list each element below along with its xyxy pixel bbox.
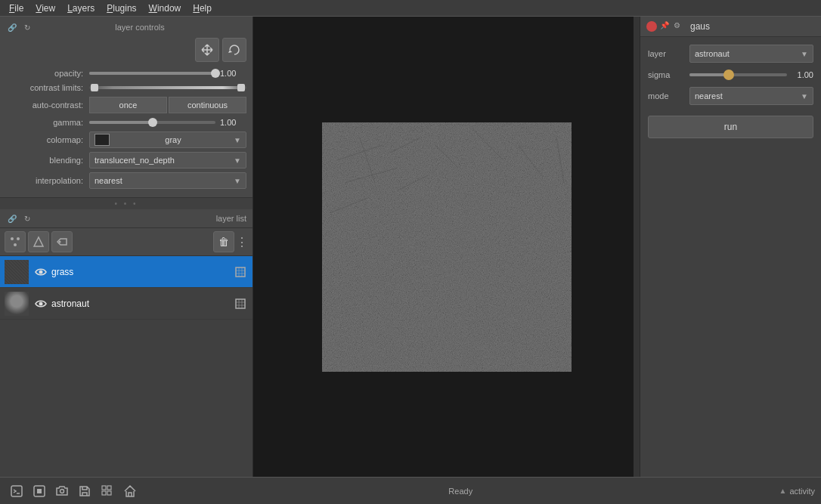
grid-btn[interactable]	[97, 481, 118, 502]
layer-thumbnail-grass	[5, 260, 29, 284]
interpolation-row: interpolation: nearest ▼	[6, 172, 246, 189]
gamma-value: 1.00	[220, 118, 246, 127]
menu-plugins[interactable]: Plugins	[101, 2, 142, 15]
svg-rect-28	[107, 491, 111, 495]
interpolation-arrow: ▼	[234, 177, 241, 185]
plugin-mode-label: mode	[648, 91, 689, 100]
canvas-area[interactable]	[253, 17, 640, 477]
blending-row: blending: translucent_no_depth ▼	[6, 152, 246, 169]
plugin-sigma-slider[interactable]	[689, 73, 787, 76]
plugin-settings-btn[interactable]: ⚙	[674, 21, 684, 32]
interpolation-value: nearest	[94, 176, 122, 185]
svg-point-3	[59, 241, 61, 243]
activity-section: ▲ activity	[779, 487, 815, 496]
points-tool-btn[interactable]	[5, 231, 26, 252]
plugin-layer-row: layer astronaut ▼	[648, 45, 813, 63]
shapes-tool-btn[interactable]	[28, 231, 49, 252]
more-options-btn[interactable]: ⋮	[236, 231, 248, 252]
lock-icon[interactable]: 🔗	[6, 21, 18, 33]
interpolation-label: interpolation:	[6, 176, 89, 185]
plugin-mode-row: mode nearest ▼	[648, 87, 813, 105]
activity-icon: ▲	[779, 487, 786, 495]
move-transform-btn[interactable]	[195, 38, 219, 62]
layer-list-refresh-icon[interactable]: ↻	[21, 212, 33, 224]
svg-rect-5	[236, 267, 245, 277]
menu-window[interactable]: Window	[143, 2, 187, 15]
gamma-label: gamma:	[6, 118, 89, 127]
layer-visibility-grass[interactable]	[33, 264, 48, 280]
save-btn[interactable]	[74, 481, 95, 502]
plugin-title: gaus	[690, 21, 710, 32]
layer-item-grass[interactable]: grass	[0, 256, 252, 288]
delete-layer-btn[interactable]: 🗑	[213, 231, 234, 252]
layer-visibility-astronaut[interactable]	[33, 296, 48, 311]
blending-label: blending:	[6, 156, 89, 165]
auto-contrast-once-btn[interactable]: once	[89, 97, 167, 113]
home-btn[interactable]	[119, 481, 141, 502]
svg-point-4	[39, 270, 43, 274]
terminal-btn[interactable]	[6, 481, 27, 502]
canvas-content	[322, 122, 572, 372]
layer-list-lock-icon[interactable]: 🔗	[6, 212, 18, 224]
menu-file[interactable]: File	[3, 2, 29, 15]
run-button[interactable]: run	[648, 116, 813, 138]
auto-contrast-buttons: once continuous	[89, 97, 246, 113]
colormap-value: gray	[165, 135, 181, 144]
svg-rect-7	[236, 299, 245, 308]
refresh-icon[interactable]: ↻	[21, 21, 33, 33]
status-text: Ready	[142, 487, 779, 496]
screenshot-btn[interactable]	[51, 481, 73, 502]
transform-buttons	[6, 38, 246, 62]
auto-contrast-continuous-btn[interactable]: continuous	[169, 97, 246, 113]
plugin-layer-value: astronaut	[695, 49, 730, 58]
contrast-limits-slider[interactable]	[89, 82, 246, 93]
menu-layers[interactable]: Layers	[61, 2, 101, 15]
record-btn[interactable]	[29, 481, 50, 502]
layer-thumbnail-astronaut	[5, 292, 29, 316]
blending-dropdown[interactable]: translucent_no_depth ▼	[89, 152, 246, 169]
colormap-dropdown[interactable]: gray ▼	[89, 131, 246, 148]
panel-resize-handle[interactable]: • • •	[0, 198, 252, 209]
layer-list-title: layer list	[33, 214, 246, 223]
svg-rect-27	[102, 491, 106, 495]
plugin-pin-btn[interactable]: 📌	[660, 21, 671, 32]
colormap-row: colormap: gray ▼	[6, 131, 246, 148]
layer-type-grass	[233, 264, 248, 280]
plugin-sigma-label: sigma	[648, 70, 689, 79]
layer-controls-panel: 🔗 ↻ layer controls opacity:	[0, 17, 252, 198]
plugin-mode-value: nearest	[695, 91, 723, 100]
rotate-transform-btn[interactable]	[222, 38, 246, 62]
main-canvas	[322, 122, 572, 372]
auto-contrast-row: auto-contrast: once continuous	[6, 97, 246, 113]
plugin-layer-dropdown[interactable]: astronaut ▼	[689, 45, 813, 63]
menu-help[interactable]: Help	[187, 2, 218, 15]
gamma-row: gamma: 1.00	[6, 117, 246, 128]
contrast-limits-row: contrast limits:	[6, 82, 246, 93]
menu-view[interactable]: View	[29, 2, 61, 15]
svg-point-2	[14, 243, 17, 246]
interpolation-dropdown[interactable]: nearest ▼	[89, 172, 246, 189]
plugin-layer-arrow: ▼	[801, 50, 808, 58]
labels-tool-btn[interactable]	[51, 231, 73, 252]
plugin-body: layer astronaut ▼ sigma 1.00	[640, 37, 821, 146]
activity-label: activity	[789, 487, 815, 496]
colormap-arrow: ▼	[234, 136, 241, 144]
opacity-row: opacity: 1.00	[6, 68, 246, 79]
plugin-close-btn[interactable]	[646, 21, 657, 32]
layer-name-grass: grass	[51, 267, 233, 277]
svg-rect-25	[102, 486, 106, 490]
plugin-layer-label: layer	[648, 49, 689, 58]
opacity-slider[interactable]	[89, 68, 215, 79]
canvas-right-handle[interactable]	[634, 17, 640, 477]
plugin-mode-dropdown[interactable]: nearest ▼	[689, 87, 813, 105]
svg-rect-23	[37, 489, 42, 493]
left-panel: 🔗 ↻ layer controls opacity:	[0, 17, 253, 477]
layer-item-astronaut[interactable]: astronaut	[0, 288, 252, 320]
svg-rect-8	[322, 122, 572, 372]
gamma-slider[interactable]	[89, 117, 215, 128]
layer-type-astronaut	[233, 296, 248, 311]
blending-arrow: ▼	[234, 156, 241, 165]
blending-value: translucent_no_depth	[94, 156, 175, 165]
colormap-label: colormap:	[6, 135, 89, 144]
opacity-value: 1.00	[220, 69, 246, 78]
